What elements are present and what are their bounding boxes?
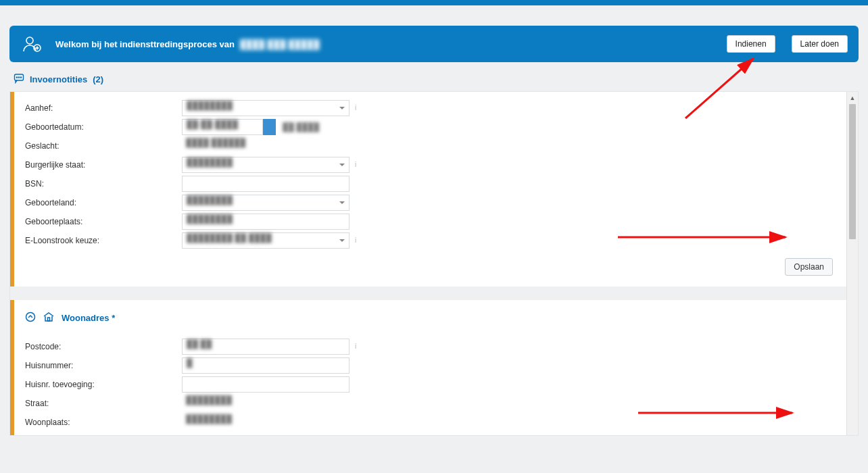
- scroll-thumb[interactable]: [849, 104, 856, 239]
- info-icon: i: [355, 104, 363, 112]
- eloonstrook-select[interactable]: ████████ ██ ████: [182, 232, 349, 249]
- geslacht-value: ████ ██████: [182, 138, 349, 154]
- info-icon: i: [355, 343, 363, 351]
- woonplaats-value: ████████: [182, 414, 349, 430]
- onboarding-banner: Welkom bij het indiensttredingsproces va…: [9, 26, 859, 62]
- svg-rect-9: [48, 318, 50, 321]
- top-bar-strip: [0, 0, 868, 5]
- vertical-scrollbar[interactable]: ▲: [846, 92, 858, 435]
- content-area: Aanhef: ████████ i Geboortedatum: ██-██-…: [9, 91, 859, 436]
- comment-icon: [14, 73, 24, 86]
- geboortedatum-extra: ██ ████: [283, 122, 319, 132]
- label-geboorteland: Geboorteland:: [25, 198, 182, 207]
- address-panel: Woonadres * Postcode: ██ ██ i Huisnummer…: [10, 300, 846, 436]
- postcode-input[interactable]: ██ ██: [182, 339, 349, 355]
- label-burg-staat: Burgerlijke staat:: [25, 160, 182, 170]
- svg-point-5: [16, 77, 17, 78]
- info-icon: i: [355, 161, 363, 169]
- save-personal-button[interactable]: Opslaan: [785, 258, 833, 276]
- burg-staat-select[interactable]: ████████: [182, 157, 349, 173]
- label-geslacht: Geslacht:: [25, 141, 182, 151]
- svg-point-6: [18, 77, 19, 78]
- welcome-name-masked: ████ ███ █████: [239, 39, 321, 49]
- bsn-input[interactable]: [182, 176, 349, 192]
- label-huisnr-tv: Huisnr. toevoeging:: [25, 380, 182, 389]
- calendar-icon[interactable]: [262, 119, 276, 135]
- aanhef-select[interactable]: ████████: [182, 100, 349, 116]
- panel-gap: [10, 287, 858, 300]
- welcome-prefix: Welkom bij het indiensttredingsproces va…: [55, 39, 235, 49]
- welcome-text: Welkom bij het indiensttredingsproces va…: [55, 39, 710, 49]
- personal-data-panel: Aanhef: ████████ i Geboortedatum: ██-██-…: [10, 92, 846, 287]
- geboorteland-select[interactable]: ████████: [182, 195, 349, 211]
- svg-point-0: [26, 37, 33, 44]
- page-container: Welkom bij het indiensttredingsproces va…: [0, 5, 868, 473]
- svg-point-7: [20, 77, 21, 78]
- label-postcode: Postcode:: [25, 342, 182, 351]
- submit-button[interactable]: Indienen: [727, 35, 775, 53]
- geboorteplaats-input[interactable]: ████████: [182, 214, 349, 230]
- label-bsn: BSN:: [25, 179, 182, 189]
- collapse-icon[interactable]: [25, 312, 36, 324]
- label-geboortedatum: Geboortedatum:: [25, 122, 182, 132]
- label-huisnr: Huisnummer:: [25, 361, 182, 370]
- straat-value: ████████: [182, 395, 349, 412]
- label-straat: Straat:: [25, 399, 182, 408]
- later-button[interactable]: Later doen: [792, 35, 848, 53]
- huisnr-input[interactable]: █: [182, 357, 349, 374]
- address-panel-header[interactable]: Woonadres *: [25, 311, 836, 325]
- info-icon: i: [355, 236, 363, 245]
- input-notes-label: Invoernotities: [30, 74, 87, 84]
- svg-point-8: [26, 313, 35, 322]
- label-woonplaats: Woonplaats:: [25, 418, 182, 427]
- input-notes-count: (2): [93, 74, 103, 84]
- label-geboorteplaats: Geboorteplaats:: [25, 217, 182, 226]
- geboortedatum-input[interactable]: ██-██-████: [182, 119, 263, 135]
- house-icon: [43, 311, 55, 325]
- huisnr-tv-input[interactable]: [182, 376, 349, 393]
- input-notes-link[interactable]: Invoernotities (2): [14, 73, 859, 86]
- address-title: Woonadres *: [62, 313, 115, 323]
- label-eloonstrook: E-Loonstrook keuze:: [25, 236, 182, 245]
- add-user-icon: [20, 32, 43, 55]
- scroll-up-icon[interactable]: ▲: [847, 92, 858, 103]
- scroll-region: Aanhef: ████████ i Geboortedatum: ██-██-…: [9, 91, 859, 436]
- label-aanhef: Aanhef:: [25, 103, 182, 113]
